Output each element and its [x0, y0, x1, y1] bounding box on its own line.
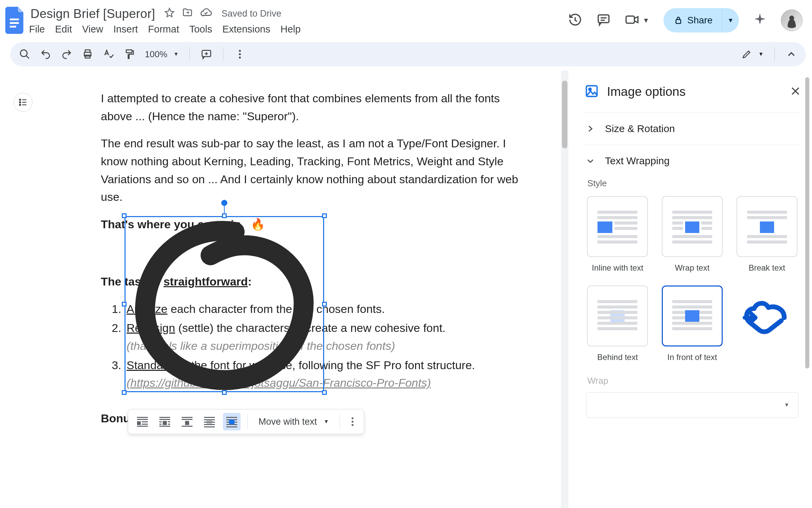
undo-icon[interactable]: [40, 48, 51, 60]
svg-point-13: [239, 53, 241, 55]
menu-help[interactable]: Help: [280, 24, 301, 35]
svg-rect-25: [159, 419, 170, 420]
wrap-option-inline[interactable]: [587, 196, 648, 257]
zoom-dropdown[interactable]: 100% ▼: [145, 49, 179, 60]
svg-rect-18: [137, 417, 148, 418]
svg-rect-32: [182, 417, 193, 418]
svg-point-15: [19, 99, 21, 101]
menu-format[interactable]: Format: [148, 24, 179, 35]
wrap-behind-icon[interactable]: [201, 413, 218, 430]
chevron-down-icon: ▼: [758, 51, 764, 57]
selected-image[interactable]: [125, 216, 324, 392]
scrollbar-thumb[interactable]: [562, 81, 567, 148]
cloud-saved-icon[interactable]: [200, 7, 212, 21]
menu-view[interactable]: View: [82, 24, 103, 35]
print-icon[interactable]: [82, 48, 93, 60]
menu-tools[interactable]: Tools: [189, 24, 212, 35]
svg-rect-62: [685, 221, 699, 233]
star-icon[interactable]: [164, 7, 175, 20]
svg-rect-23: [137, 426, 148, 427]
svg-rect-42: [226, 417, 237, 418]
share-label: Share: [687, 15, 713, 26]
account-avatar[interactable]: [781, 9, 803, 31]
chevron-down-icon: ▼: [642, 17, 649, 24]
svg-rect-10: [126, 50, 132, 53]
svg-rect-79: [597, 322, 637, 325]
spellcheck-icon[interactable]: [103, 48, 114, 60]
svg-rect-24: [159, 417, 170, 418]
resize-handle-bl[interactable]: [122, 390, 127, 395]
resize-handle-tl[interactable]: [122, 213, 127, 218]
menu-edit[interactable]: Edit: [55, 24, 72, 35]
resize-handle-ml[interactable]: [122, 302, 127, 306]
wrap-inline-icon[interactable]: [134, 413, 151, 430]
wrap-option-wrap[interactable]: [662, 196, 723, 257]
resize-handle-tr[interactable]: [322, 213, 327, 218]
docs-logo[interactable]: [3, 5, 27, 36]
share-button[interactable]: Share: [663, 8, 722, 33]
svg-rect-86: [672, 327, 712, 330]
comments-icon[interactable]: [596, 13, 611, 28]
svg-rect-78: [597, 316, 637, 319]
wrap-label: Inline with text: [586, 263, 649, 273]
wrap-option-break[interactable]: [737, 196, 797, 257]
move-to-folder-icon[interactable]: [182, 7, 193, 20]
chevron-down-icon: ▼: [728, 17, 734, 24]
resize-handle-br[interactable]: [322, 390, 327, 395]
sidebar-scrollbar[interactable]: [805, 77, 810, 508]
history-icon[interactable]: [568, 13, 582, 28]
separator: [340, 415, 340, 428]
add-comment-icon[interactable]: [201, 48, 212, 60]
redo-icon[interactable]: [61, 48, 72, 60]
paragraph[interactable]: The end result was sub-par to say the le…: [101, 134, 527, 206]
svg-rect-58: [597, 235, 637, 238]
svg-rect-66: [701, 227, 712, 230]
svg-rect-72: [747, 235, 787, 238]
wrap-text-icon[interactable]: [156, 413, 174, 430]
editing-mode-dropdown[interactable]: ▼: [741, 49, 764, 60]
svg-point-12: [239, 50, 241, 52]
wrap-break-icon[interactable]: [178, 413, 196, 430]
search-icon[interactable]: [19, 48, 30, 60]
vertical-scrollbar[interactable]: [561, 70, 568, 508]
wrap-dropdown[interactable]: ▼: [586, 392, 798, 418]
document-outline-button[interactable]: [14, 93, 32, 112]
move-with-text-dropdown[interactable]: Move with text ▼: [254, 417, 333, 427]
paragraph[interactable]: I attempted to create a cohesive font th…: [101, 89, 527, 125]
section-text-wrapping[interactable]: Text Wrapping Style Inline with text: [585, 145, 801, 428]
resize-handle-mr[interactable]: [322, 302, 327, 306]
share-dropdown[interactable]: ▼: [722, 8, 739, 33]
paint-format-icon[interactable]: [124, 48, 135, 60]
wrap-in-front-icon[interactable]: [223, 413, 241, 430]
rotation-handle[interactable]: [221, 200, 227, 206]
more-icon[interactable]: [347, 416, 358, 427]
scrollbar-thumb[interactable]: [805, 77, 809, 368]
chevron-down-icon: ▼: [174, 51, 179, 57]
svg-rect-82: [672, 305, 712, 309]
svg-rect-40: [204, 424, 215, 425]
wrap-option-behind[interactable]: [587, 285, 648, 346]
gemini-icon[interactable]: [753, 12, 767, 29]
svg-rect-30: [168, 424, 170, 425]
menu-file[interactable]: File: [29, 24, 45, 35]
menu-insert[interactable]: Insert: [113, 24, 138, 35]
svg-rect-65: [672, 227, 683, 230]
resize-handle-bm[interactable]: [222, 390, 227, 395]
svg-point-17: [19, 104, 21, 106]
document-title[interactable]: Design Brief [Superor]: [29, 6, 156, 22]
section-size-rotation[interactable]: Size & Rotation: [585, 113, 801, 145]
meet-button[interactable]: ▼: [625, 13, 649, 28]
svg-rect-41: [204, 426, 215, 427]
chevron-down-icon: ▼: [784, 402, 789, 408]
resize-handle-tm[interactable]: [222, 213, 227, 218]
svg-rect-71: [760, 221, 774, 233]
saved-status: Saved to Drive: [221, 8, 281, 19]
document-canvas[interactable]: I attempted to create a cohesive font th…: [37, 70, 568, 508]
collapse-toolbar-icon[interactable]: [786, 48, 797, 60]
svg-rect-22: [142, 424, 148, 425]
menu-extensions[interactable]: Extensions: [222, 24, 270, 35]
close-icon[interactable]: [790, 85, 801, 98]
wrap-option-in-front[interactable]: [662, 285, 723, 346]
more-icon[interactable]: [234, 48, 246, 60]
svg-rect-34: [185, 421, 189, 425]
